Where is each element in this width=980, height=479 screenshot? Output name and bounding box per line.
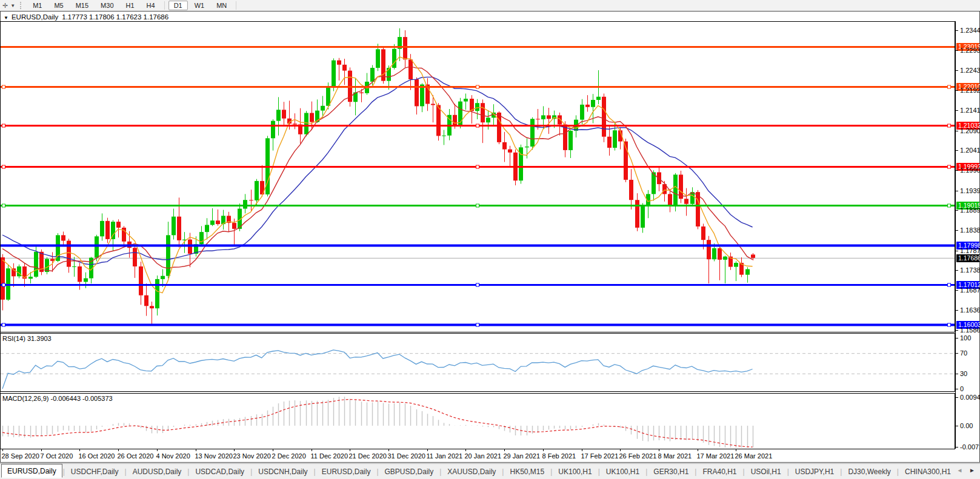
svg-text:30: 30 xyxy=(960,370,967,377)
svg-text:29 Jan 2021: 29 Jan 2021 xyxy=(504,452,541,460)
tab-gbpusd-daily[interactable]: GBPUSD,Daily xyxy=(379,466,439,478)
tab-usdjpy-h1[interactable]: USDJPY,H1 xyxy=(790,466,839,478)
chart-tabs-list: EURUSD,Daily|USDCHF,Daily|AUDUSD,Daily|U… xyxy=(1,465,956,478)
svg-text:1.21925: 1.21925 xyxy=(960,87,980,94)
svg-text:26 Feb 2021: 26 Feb 2021 xyxy=(619,452,657,460)
tab-uk100-h1[interactable]: UK100,H1 xyxy=(601,466,645,478)
svg-text:70: 70 xyxy=(960,349,967,357)
tab-uk100-h1[interactable]: UK100,H1 xyxy=(553,466,597,478)
svg-text:0.009451: 0.009451 xyxy=(960,394,980,401)
svg-text:0.00: 0.00 xyxy=(960,422,973,429)
tab-scroll-buttons: ◄ ► xyxy=(954,467,978,474)
svg-text:4 Nov 2020: 4 Nov 2020 xyxy=(156,452,190,460)
svg-text:1.18895: 1.18895 xyxy=(960,206,980,214)
svg-text:17 Feb 2021: 17 Feb 2021 xyxy=(581,452,619,460)
tab-usoil-h1[interactable]: USOil,H1 xyxy=(745,466,787,478)
svg-text:0: 0 xyxy=(960,385,964,392)
svg-text:1.17686: 1.17686 xyxy=(958,254,980,262)
svg-text:11 Jan 2021: 11 Jan 2021 xyxy=(427,452,463,460)
tab-scroll-right-icon[interactable]: ► xyxy=(967,467,978,474)
chart-tabs: EURUSD,Daily|USDCHF,Daily|AUDUSD,Daily|U… xyxy=(0,463,980,479)
macd-label: MACD(12,26,9) -0.006443 -0.005373 xyxy=(2,395,113,402)
svg-text:1.20410: 1.20410 xyxy=(960,147,980,154)
tab-eurusd-daily[interactable]: EURUSD,Daily xyxy=(1,464,62,478)
svg-text:1.19390: 1.19390 xyxy=(960,187,980,194)
svg-text:11 Dec 2020: 11 Dec 2020 xyxy=(311,452,348,460)
svg-text:13 Nov 2020: 13 Nov 2020 xyxy=(195,452,233,460)
chart-symbol: EURUSD,Daily xyxy=(12,13,58,21)
tab-scroll-left-icon[interactable]: ◄ xyxy=(954,467,965,474)
svg-text:1.17875: 1.17875 xyxy=(960,247,980,254)
mt4-window: ✛ ▼ M1M5M15M30H1H4D1W1MN 1.230191.220101… xyxy=(0,0,980,479)
chart-title: ▼EURUSD,Daily1.17773 1.17806 1.17623 1.1… xyxy=(4,13,168,21)
svg-text:2 Dec 2020: 2 Dec 2020 xyxy=(272,452,306,460)
tab-ger30-h1[interactable]: GER30,H1 xyxy=(648,466,694,478)
svg-text:1.20905: 1.20905 xyxy=(960,127,980,134)
tab-eurusd-daily[interactable]: EURUSD,Daily xyxy=(316,466,376,478)
svg-text:16 Oct 2020: 16 Oct 2020 xyxy=(79,452,115,460)
tab-audusd-daily[interactable]: AUDUSD,Daily xyxy=(127,466,187,478)
macd-values: -0.006443 -0.005373 xyxy=(50,395,112,402)
tab-fra40-h1[interactable]: FRA40,H1 xyxy=(697,466,742,478)
tab-usdcnh-daily[interactable]: USDCNH,Daily xyxy=(253,466,313,478)
svg-text:1.19900: 1.19900 xyxy=(960,167,980,174)
tab-china300-h1[interactable]: CHINA300,H1 xyxy=(899,466,956,478)
svg-text:17 Mar 2021: 17 Mar 2021 xyxy=(697,452,735,460)
tab-hk50-m15[interactable]: HK50,M15 xyxy=(504,466,550,478)
svg-text:26 Oct 2020: 26 Oct 2020 xyxy=(118,452,154,460)
svg-text:23 Nov 2020: 23 Nov 2020 xyxy=(233,452,271,460)
svg-text:28 Sep 2020: 28 Sep 2020 xyxy=(2,452,39,460)
svg-text:1.22930: 1.22930 xyxy=(960,47,980,54)
tab-xauusd-daily[interactable]: XAUUSD,Daily xyxy=(442,466,501,478)
svg-text:100: 100 xyxy=(960,334,971,342)
svg-text:31 Dec 2020: 31 Dec 2020 xyxy=(388,452,425,460)
svg-text:1.15865: 1.15865 xyxy=(960,326,980,334)
chart-canvas[interactable]: 1.230191.220101.210321.199921.190151.179… xyxy=(0,0,980,479)
svg-text:7 Oct 2020: 7 Oct 2020 xyxy=(41,452,73,460)
svg-text:1.18385: 1.18385 xyxy=(960,226,980,234)
svg-text:8 Mar 2021: 8 Mar 2021 xyxy=(658,452,692,460)
tab-dj30-weekly[interactable]: DJ30,Weekly xyxy=(842,466,896,478)
svg-text:1.16870: 1.16870 xyxy=(960,286,980,294)
rsi-label: RSI(14) 31.3903 xyxy=(2,335,52,342)
collapse-triangle-icon[interactable]: ▼ xyxy=(4,15,8,21)
svg-text:1.23440: 1.23440 xyxy=(960,27,980,34)
tab-usdchf-daily[interactable]: USDCHF,Daily xyxy=(65,466,124,478)
svg-text:1.21415: 1.21415 xyxy=(960,107,980,114)
svg-text:1.16360: 1.16360 xyxy=(960,306,980,314)
tab-usdcad-daily[interactable]: USDCAD,Daily xyxy=(190,466,250,478)
svg-text:20 Jan 2021: 20 Jan 2021 xyxy=(465,452,502,460)
svg-text:-0.00719: -0.00719 xyxy=(960,443,980,451)
svg-text:26 Mar 2021: 26 Mar 2021 xyxy=(735,452,773,460)
svg-text:1.22435: 1.22435 xyxy=(960,67,980,74)
svg-text:1.17380: 1.17380 xyxy=(960,266,980,274)
rsi-value: 31.3903 xyxy=(27,335,52,342)
svg-text:8 Feb 2021: 8 Feb 2021 xyxy=(542,452,576,460)
svg-text:21 Dec 2020: 21 Dec 2020 xyxy=(349,452,387,460)
chart-ohlc: 1.17773 1.17806 1.17623 1.17686 xyxy=(62,13,168,21)
